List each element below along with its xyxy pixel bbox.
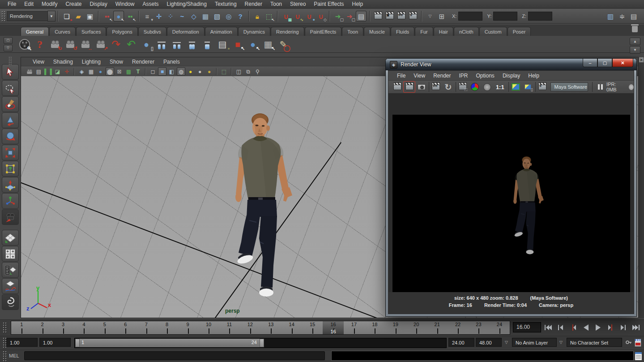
shelf-tab[interactable]: Animation [205, 27, 238, 36]
input-connections-icon[interactable]: ➔▢ [333, 11, 343, 22]
timeline-frame[interactable]: 12 [240, 321, 260, 334]
character-set-dropdown-arrow[interactable]: ▽ [559, 340, 563, 345]
select-object-icon[interactable]: ●↖ [113, 11, 124, 22]
animation-start-field[interactable]: 1.00 [6, 338, 38, 347]
rotate-tool[interactable] [2, 129, 19, 144]
camera-roll-icon[interactable]: ↺ [63, 37, 77, 52]
snap-to-view-icon[interactable]: ▧ [212, 11, 222, 22]
menu-item[interactable]: Help [348, 0, 367, 8]
shelf-tab[interactable]: Fluids [391, 27, 414, 36]
shaded-cube-icon[interactable]: ■ [158, 67, 166, 76]
select-camera-icon[interactable] [25, 67, 34, 76]
timeline-frame[interactable]: 6 [115, 321, 136, 334]
bookmarks-icon[interactable]: ▌▐ [44, 67, 52, 76]
render-view-menu-item[interactable]: Render [429, 72, 455, 79]
shelf-tab[interactable]: Deformation [167, 27, 205, 36]
bounding-box-icon[interactable]: ⊠ [115, 67, 124, 76]
menu-item[interactable]: Toon [266, 0, 286, 8]
timeline-frame[interactable]: 24 [489, 321, 510, 334]
render-current-frame-icon[interactable]: ▦ [384, 11, 395, 22]
timeline-frame[interactable]: 23 [468, 321, 489, 334]
hypergraph-layout[interactable] [2, 294, 19, 310]
shelf-tab[interactable]: Curves [49, 27, 76, 36]
group-icon[interactable] [185, 37, 199, 52]
toolbar-separator[interactable] [247, 11, 251, 22]
character-model[interactable] [213, 107, 307, 301]
last-tool-used[interactable] [2, 209, 19, 225]
panel-menu-item[interactable]: Shading [49, 58, 77, 65]
soft-modification-tool[interactable] [2, 177, 19, 193]
menu-item[interactable]: Edit [20, 0, 38, 8]
go-to-start-button[interactable] [542, 321, 554, 333]
timeline-frame[interactable]: 13 [260, 321, 281, 334]
region-render-icon[interactable]: ⬚ [457, 82, 469, 92]
command-input[interactable] [24, 351, 325, 360]
playback-start-field[interactable]: 1.00 [39, 338, 71, 347]
flat-shade-icon[interactable]: ⬤ [106, 67, 114, 76]
render-view-window[interactable]: ◈ Render View – ▢ ✕ FileViewRenderIPROpt… [386, 59, 636, 316]
menu-item[interactable]: Window [111, 0, 139, 8]
panel-menu-item[interactable]: Renderer [128, 58, 159, 65]
refresh-icon[interactable]: ↻ [443, 82, 454, 92]
animation-preferences-icon[interactable] [635, 339, 641, 347]
step-forward-frame-button[interactable] [617, 321, 629, 333]
timeline-frame[interactable]: 17 [344, 321, 364, 334]
ipr-render-icon[interactable]: IPR [431, 82, 442, 92]
snap-to-planes-icon[interactable]: ▦ [200, 11, 211, 22]
range-start-handle[interactable] [75, 339, 80, 347]
panel-menu-item[interactable]: Panels [159, 58, 184, 65]
timeline-frame[interactable]: 8 [157, 321, 177, 334]
menu-item[interactable]: Create [61, 0, 85, 8]
snap-together-2-icon[interactable]: ∪∿ [292, 11, 303, 22]
timeline-frame[interactable]: 22 [448, 321, 468, 334]
default-lighting-icon[interactable]: ● [186, 67, 195, 76]
snap-together-3-icon[interactable]: ∪● [304, 11, 315, 22]
shelf-tab[interactable]: Dynamics [238, 27, 270, 36]
select-lattice-icon[interactable]: ▦↖ [261, 37, 275, 52]
persp-outliner-layout[interactable] [2, 262, 19, 278]
auto-keyframe-icon[interactable] [626, 340, 632, 345]
timeline-frame[interactable]: 9 [177, 321, 198, 334]
timeline-frame[interactable]: 2 [32, 321, 52, 334]
render-settings-icon[interactable]: ≋ [408, 11, 418, 22]
channel-box-icon[interactable]: ▤ [628, 11, 639, 22]
toolbar-separator[interactable] [276, 11, 279, 22]
absolute-transform-icon[interactable]: ⊞ [436, 11, 447, 22]
playback-range-bar[interactable]: 1 24 [75, 339, 264, 347]
show-manipulator-tool[interactable] [2, 193, 19, 209]
close-icon[interactable]: ✕ [639, 57, 644, 63]
render-view-menu-item[interactable]: Help [524, 72, 543, 79]
shelf-tab[interactable]: nCloth [454, 27, 479, 36]
shelf-tab[interactable]: Hair [434, 27, 453, 36]
snap-to-curves-icon[interactable]: ~ [177, 11, 188, 22]
new-scene-icon[interactable]: ❏▸ [61, 11, 72, 22]
share-view-icon[interactable]: ⚲ [253, 67, 262, 76]
render-view-menu-item[interactable]: Display [499, 72, 524, 79]
menu-item[interactable]: Lighting/Shading [162, 0, 210, 8]
ipr-render-icon[interactable]: IPR [396, 11, 407, 22]
menu-item[interactable]: Assets [138, 0, 162, 8]
select-hierarchy-icon[interactable]: ▪▪↖ [102, 11, 112, 22]
timeline-frame[interactable]: 5 [94, 321, 115, 334]
timeline-frame[interactable]: 14 [281, 321, 302, 334]
camera-orbit-icon[interactable]: ↻ [48, 37, 62, 52]
timeline-frame[interactable]: 19 [385, 321, 406, 334]
help-icon[interactable]: ? [235, 11, 246, 22]
two-sided-lighting-icon[interactable]: ✛ [63, 67, 71, 76]
isolate-select-icon[interactable]: ⬚ [220, 67, 228, 76]
zoom-ratio-label[interactable]: 1:1 [496, 84, 504, 90]
playback-end-field[interactable]: 24.00 [448, 338, 474, 347]
toolbox-grip[interactable] [9, 56, 12, 65]
menu-set-dropdown[interactable]: Rendering [7, 11, 48, 21]
delete-unused-icon[interactable]: ●▯ [139, 37, 154, 52]
time-slider-ruler[interactable]: 1234567891011121314151616171819202122232… [11, 321, 510, 335]
checker-sphere-icon[interactable]: ◍ [177, 67, 185, 76]
lasso-select-tool[interactable] [2, 80, 19, 96]
select-component-icon[interactable]: ▪▪↖ [125, 11, 136, 22]
timeline-frame[interactable]: 4 [73, 321, 94, 334]
textured-cube-icon[interactable]: ◧ [167, 67, 176, 76]
play-backwards-button[interactable] [580, 321, 592, 333]
go-to-end-button[interactable] [630, 321, 642, 333]
menu-item[interactable]: Paint Effects [310, 0, 348, 8]
undo-icon[interactable]: ↶ [124, 37, 138, 52]
